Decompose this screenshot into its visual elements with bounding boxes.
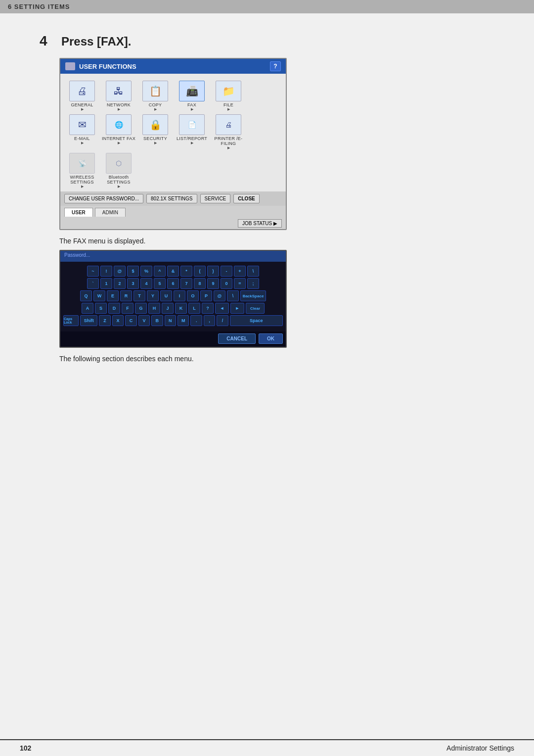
key-star[interactable]: * [180, 266, 192, 277]
key-8[interactable]: 8 [194, 278, 206, 289]
key-period[interactable]: . [190, 315, 202, 326]
key-y[interactable]: Y [147, 290, 159, 301]
key-v[interactable]: V [138, 315, 150, 326]
icon-email[interactable]: ✉ E-MAIL ▶ [65, 114, 99, 150]
icon-list-report[interactable]: 📄 LIST/REPORT ▶ [175, 114, 209, 150]
key-1[interactable]: 1 [100, 278, 112, 289]
key-tilde[interactable]: ~ [87, 266, 99, 277]
service-button[interactable]: SERVICE [200, 194, 231, 203]
key-x[interactable]: X [112, 315, 124, 326]
key-g[interactable]: G [135, 303, 147, 314]
key-lparen[interactable]: ( [194, 266, 206, 277]
key-equals[interactable]: = [234, 278, 246, 289]
icon-fax[interactable]: 📠 FAX ▶ [175, 81, 209, 111]
tab-admin[interactable]: ADMIN [95, 208, 126, 217]
key-question[interactable]: ? [202, 303, 214, 314]
802-settings-button[interactable]: 802.1X SETTINGS [146, 194, 197, 203]
key-h[interactable]: H [148, 303, 160, 314]
key-c[interactable]: C [125, 315, 136, 326]
key-rparen[interactable]: ) [207, 266, 219, 277]
icon-label-wireless: WIRELESS SETTINGS [65, 175, 99, 185]
icon-security[interactable]: 🔒 SECURITY ▶ [138, 114, 172, 150]
key-3[interactable]: 3 [127, 278, 139, 289]
key-backslash2[interactable]: \ [227, 290, 239, 301]
key-slash[interactable]: / [217, 315, 228, 326]
key-minus[interactable]: - [221, 266, 232, 277]
key-d[interactable]: D [108, 303, 120, 314]
left-arrow-key[interactable]: ◄ [215, 303, 229, 314]
key-7[interactable]: 7 [180, 278, 192, 289]
key-percent[interactable]: % [140, 266, 152, 277]
key-backtick[interactable]: ` [87, 278, 99, 289]
key-semicolon[interactable]: ; [247, 278, 259, 289]
right-arrow-key[interactable]: ► [230, 303, 244, 314]
key-amp[interactable]: & [167, 266, 179, 277]
key-o[interactable]: O [187, 290, 199, 301]
icon-label-security: SECURITY [143, 136, 167, 141]
screen-titlebar: USER FUNCTIONS ? [60, 59, 286, 74]
icon-bluetooth-settings[interactable]: ⬡ Bluetooth SETTINGS ▶ [102, 153, 135, 189]
key-9[interactable]: 9 [207, 278, 219, 289]
key-k[interactable]: K [175, 303, 187, 314]
key-u[interactable]: U [160, 290, 172, 301]
icon-internet-fax[interactable]: 🌐 INTERNET FAX ▶ [102, 114, 135, 150]
key-6[interactable]: 6 [167, 278, 179, 289]
key-dollar[interactable]: $ [127, 266, 139, 277]
key-l[interactable]: L [188, 303, 200, 314]
key-4[interactable]: 4 [140, 278, 152, 289]
key-0[interactable]: 0 [221, 278, 232, 289]
change-user-password-button[interactable]: CHANGE USER PASSWORD... [64, 194, 143, 203]
titlebar-left: USER FUNCTIONS [65, 62, 136, 70]
key-2[interactable]: 2 [114, 278, 126, 289]
space-key[interactable]: Space [230, 315, 283, 326]
user-functions-screen: USER FUNCTIONS ? 🖨 GENERAL ▶ 🖧 NETWORK ▶ [59, 58, 287, 230]
key-q[interactable]: Q [80, 290, 92, 301]
key-e[interactable]: E [107, 290, 119, 301]
icon-network[interactable]: 🖧 NETWORK ▶ [102, 81, 135, 111]
icon-label-general: GENERAL [71, 102, 93, 107]
shift-key[interactable]: Shift [80, 315, 97, 326]
icon-box-security: 🔒 [142, 114, 168, 135]
key-j[interactable]: J [162, 303, 174, 314]
key-plus[interactable]: + [234, 266, 246, 277]
key-m[interactable]: M [178, 315, 189, 326]
key-5[interactable]: 5 [154, 278, 166, 289]
key-a[interactable]: A [82, 303, 93, 314]
key-at2[interactable]: @ [214, 290, 225, 301]
job-status-button[interactable]: JOB STATUS ▶ [238, 219, 282, 228]
key-w[interactable]: W [93, 290, 105, 301]
icon-file[interactable]: 📁 FILE ▶ [212, 81, 245, 111]
key-at[interactable]: @ [114, 266, 126, 277]
key-f[interactable]: F [122, 303, 134, 314]
key-t[interactable]: T [134, 290, 145, 301]
key-r[interactable]: R [120, 290, 132, 301]
bluetooth-arrow: ▶ [118, 185, 120, 189]
help-button[interactable]: ? [270, 61, 281, 71]
key-caret[interactable]: ^ [154, 266, 166, 277]
key-s[interactable]: S [95, 303, 107, 314]
icon-copy[interactable]: 📋 COPY ▶ [138, 81, 172, 111]
close-button[interactable]: CLOSE [233, 194, 259, 203]
backspace-key[interactable]: BackSpace [240, 290, 266, 301]
icon-wireless-settings[interactable]: 📡 WIRELESS SETTINGS ▶ [65, 153, 99, 189]
key-i[interactable]: I [174, 290, 185, 301]
key-excl[interactable]: ! [100, 266, 112, 277]
key-b[interactable]: B [151, 315, 163, 326]
key-backslash1[interactable]: \ [247, 266, 259, 277]
key-z[interactable]: Z [99, 315, 110, 326]
printer-efiling-icon: 🖨 [225, 121, 232, 129]
tab-user[interactable]: USER [64, 208, 93, 217]
icon-general[interactable]: 🖨 GENERAL ▶ [65, 81, 99, 111]
printer-efiling-arrow: ▶ [227, 146, 230, 150]
icon-box-list-report: 📄 [179, 114, 205, 135]
key-comma[interactable]: , [204, 315, 215, 326]
icon-label-internet-fax: INTERNET FAX [102, 136, 135, 141]
cancel-button[interactable]: CANCEL [218, 333, 256, 344]
keyboard-row-5: Caps Lock Shift Z X C V B N M . , / Spac… [63, 315, 283, 326]
key-p[interactable]: P [200, 290, 212, 301]
caps-lock-key[interactable]: Caps Lock [63, 315, 79, 326]
ok-button[interactable]: OK [259, 333, 283, 344]
key-n[interactable]: N [165, 315, 176, 326]
clear-key[interactable]: Clear [246, 303, 265, 314]
icon-printer-efiling[interactable]: 🖨 PRINTER /E-FILING ▶ [212, 114, 245, 150]
